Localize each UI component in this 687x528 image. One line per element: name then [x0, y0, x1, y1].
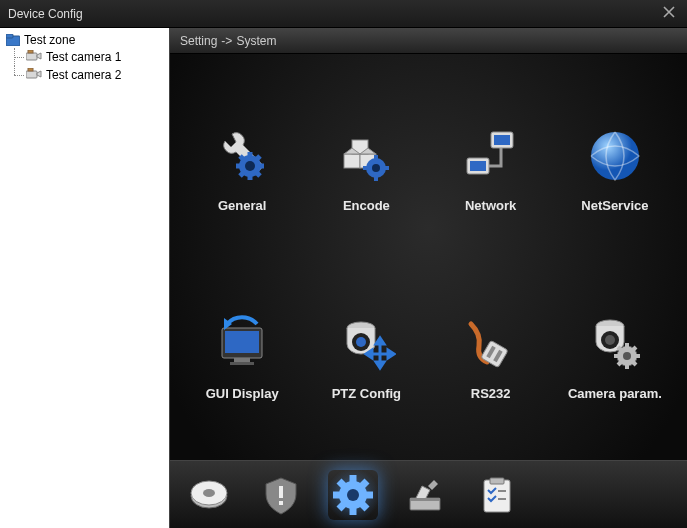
- wrench-gear-icon: [210, 124, 274, 188]
- svg-rect-5: [26, 71, 37, 78]
- svg-line-76: [362, 504, 367, 509]
- svg-rect-67: [279, 486, 283, 498]
- grid-item-label: Encode: [311, 198, 421, 213]
- svg-rect-1: [6, 34, 13, 38]
- disk-icon: [188, 474, 230, 516]
- tree-line-icon: [6, 48, 26, 66]
- svg-rect-18: [344, 154, 360, 168]
- svg-line-61: [633, 362, 636, 365]
- grid-item-label: Network: [436, 198, 546, 213]
- monitor-refresh-icon: [210, 312, 274, 376]
- svg-marker-43: [376, 338, 384, 344]
- grid-item-ptz-config[interactable]: PTZ Config: [311, 312, 421, 401]
- info-tab[interactable]: [472, 470, 522, 520]
- svg-line-15: [256, 172, 260, 176]
- camera-gear-icon: [583, 312, 647, 376]
- svg-line-63: [633, 347, 636, 350]
- svg-point-9: [245, 161, 255, 171]
- tree-root[interactable]: Test zone: [2, 32, 167, 48]
- svg-rect-36: [234, 358, 250, 362]
- svg-line-75: [339, 481, 344, 486]
- svg-rect-30: [494, 135, 510, 145]
- svg-rect-7: [28, 68, 33, 71]
- blocks-gear-icon: [334, 124, 398, 188]
- gear-cog-icon: [330, 472, 376, 518]
- svg-rect-80: [410, 498, 440, 501]
- svg-marker-6: [37, 71, 41, 77]
- svg-line-14: [240, 156, 244, 160]
- grid-item-general[interactable]: General: [187, 124, 297, 213]
- svg-marker-47: [388, 350, 394, 358]
- svg-point-33: [591, 132, 639, 180]
- breadcrumb-separator: ->: [221, 34, 232, 48]
- svg-line-62: [618, 362, 621, 365]
- tree-root-label: Test zone: [24, 33, 75, 47]
- svg-rect-4: [28, 50, 33, 53]
- grid-item-label: General: [187, 198, 297, 213]
- svg-point-55: [623, 352, 631, 360]
- network-icon: [459, 124, 523, 188]
- grid-item-gui-display[interactable]: GUI Display: [187, 312, 297, 401]
- breadcrumb: Setting -> System: [170, 28, 687, 54]
- svg-point-41: [356, 337, 366, 347]
- svg-rect-37: [230, 362, 254, 365]
- breadcrumb-part[interactable]: Setting: [180, 34, 217, 48]
- svg-point-70: [347, 489, 359, 501]
- grid-item-label: RS232: [436, 386, 546, 401]
- svg-rect-35: [225, 331, 259, 353]
- alarm-tab[interactable]: [256, 470, 306, 520]
- grid-item-netservice[interactable]: NetService: [560, 124, 670, 213]
- serial-plug-icon: [459, 312, 523, 376]
- svg-rect-81: [484, 480, 510, 512]
- svg-rect-2: [26, 53, 37, 60]
- window-body: Test zone Test camera 1 Test camera 2: [0, 28, 687, 528]
- tree-item-camera[interactable]: Test camera 2: [6, 66, 167, 84]
- svg-point-24: [372, 164, 380, 172]
- tree-item-camera[interactable]: Test camera 1: [6, 48, 167, 66]
- tree-item-label: Test camera 1: [46, 50, 121, 64]
- zone-icon: [6, 34, 20, 46]
- grid-item-label: GUI Display: [187, 386, 297, 401]
- close-icon: [662, 5, 676, 19]
- svg-line-60: [618, 347, 621, 350]
- svg-rect-68: [279, 501, 283, 505]
- svg-marker-44: [376, 362, 384, 368]
- tree-line-icon: [6, 66, 26, 84]
- grid-item-label: Camera param.: [560, 386, 670, 401]
- breadcrumb-part[interactable]: System: [236, 34, 276, 48]
- main-panel: Setting -> System Gene: [170, 28, 687, 528]
- device-config-window: Device Config Test zone Test camera 1: [0, 0, 687, 528]
- grid-item-label: PTZ Config: [311, 386, 421, 401]
- svg-line-17: [256, 156, 260, 160]
- grid-item-encode[interactable]: Encode: [311, 124, 421, 213]
- close-button[interactable]: [659, 5, 679, 23]
- svg-marker-3: [37, 53, 41, 59]
- svg-rect-32: [470, 161, 486, 171]
- svg-rect-82: [490, 478, 504, 484]
- svg-point-66: [203, 489, 215, 497]
- checklist-icon: [476, 474, 518, 516]
- svg-point-53: [605, 335, 615, 345]
- grid-item-label: NetService: [560, 198, 670, 213]
- camera-icon: [26, 68, 42, 82]
- grid-item-network[interactable]: Network: [436, 124, 546, 213]
- tree-children: Test camera 1 Test camera 2: [2, 48, 167, 84]
- recording-tab[interactable]: [184, 470, 234, 520]
- grid-item-camera-param[interactable]: Camera param.: [560, 312, 670, 401]
- system-tab[interactable]: [328, 470, 378, 520]
- svg-line-78: [362, 481, 367, 486]
- grid-item-rs232[interactable]: RS232: [436, 312, 546, 401]
- globe-icon: [583, 124, 647, 188]
- device-tree: Test zone Test camera 1 Test camera 2: [0, 28, 170, 528]
- settings-grid: General: [170, 54, 687, 460]
- svg-line-16: [240, 172, 244, 176]
- camera-arrows-icon: [334, 312, 398, 376]
- camera-icon: [26, 50, 42, 64]
- window-title: Device Config: [8, 7, 659, 21]
- shield-alert-icon: [260, 474, 302, 516]
- titlebar: Device Config: [0, 0, 687, 28]
- tools-icon: [404, 474, 446, 516]
- tools-tab[interactable]: [400, 470, 450, 520]
- bottom-toolbar: [170, 460, 687, 528]
- tree-item-label: Test camera 2: [46, 68, 121, 82]
